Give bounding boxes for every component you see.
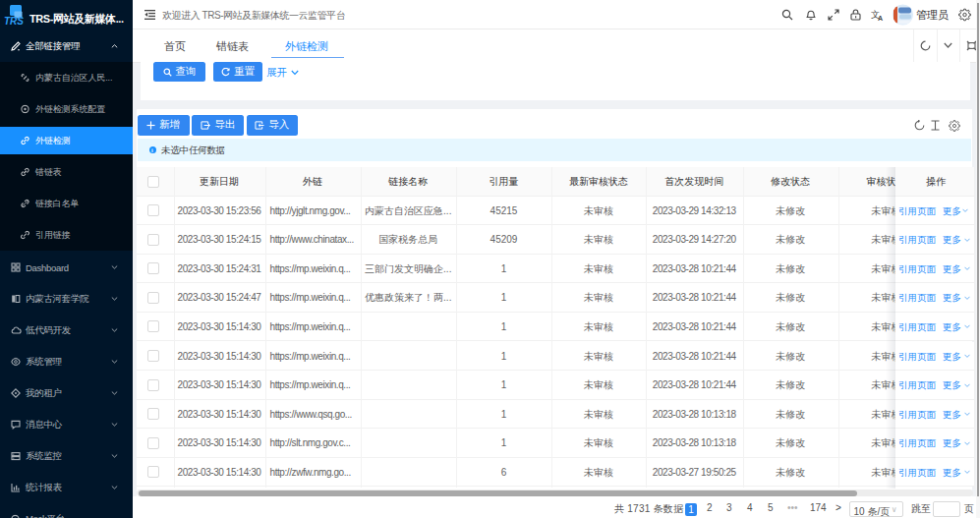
svg-text:A: A [878, 14, 883, 21]
svg-text:TRS: TRS [4, 16, 24, 27]
